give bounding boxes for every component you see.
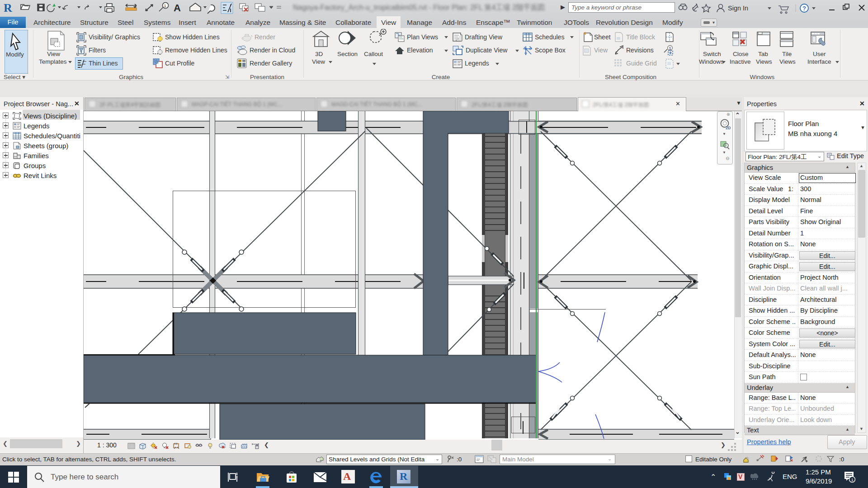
svg-text:1: 1 bbox=[669, 46, 671, 51]
svg-text:Sign In: Sign In bbox=[728, 5, 748, 12]
svg-text:2D: 2D bbox=[726, 126, 731, 130]
svg-text:1: 1 bbox=[164, 4, 166, 8]
svg-text:?: ? bbox=[802, 5, 806, 12]
svg-text:R: R bbox=[4, 1, 12, 14]
svg-text:1: 1 bbox=[851, 478, 854, 482]
svg-text:A: A bbox=[174, 2, 181, 14]
